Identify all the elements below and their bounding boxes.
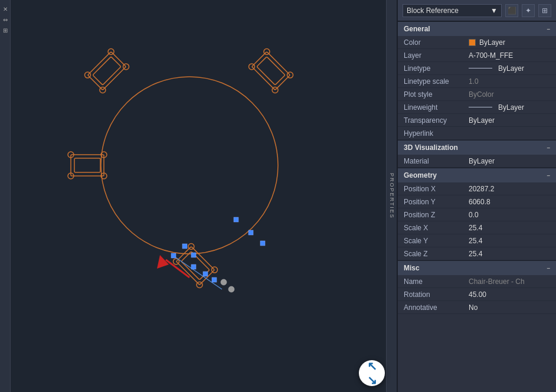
prop-scale-y[interactable]: Scale Y 25.4 xyxy=(398,234,556,247)
line-sample-icon xyxy=(469,68,492,68)
panel-header: Block Reference ▼ ⬛ ✦ ⊞ xyxy=(398,0,556,21)
prop-transparency-label: Transparency xyxy=(404,116,469,125)
properties-label: PROPERTIES xyxy=(386,0,397,392)
prop-position-x[interactable]: Position X 20287.2 xyxy=(398,182,556,195)
prop-plot-style-label: Plot style xyxy=(404,90,469,99)
prop-plot-style[interactable]: Plot style ByColor xyxy=(398,88,556,101)
prop-position-y-value: 6060.8 xyxy=(469,198,550,206)
properties-icon-btn[interactable]: ⬛ xyxy=(505,4,518,17)
prop-linetype-scale-label: Linetype scale xyxy=(404,77,469,86)
prop-color[interactable]: Color ByLayer xyxy=(398,36,556,49)
svg-rect-37 xyxy=(260,241,265,246)
prop-rotation-value: 45.00 xyxy=(469,290,550,299)
section-misc[interactable]: Misc – xyxy=(398,260,556,275)
prop-position-x-value: 20287.2 xyxy=(469,185,550,193)
prop-scale-y-value: 25.4 xyxy=(469,237,550,245)
prop-scale-x-value: 25.4 xyxy=(469,224,550,232)
prop-material[interactable]: Material ByLayer xyxy=(398,155,556,168)
dropdown-arrow-icon: ▼ xyxy=(490,6,498,15)
prop-hyperlink[interactable]: Hyperlink xyxy=(398,127,556,140)
prop-lineweight[interactable]: Lineweight ByLayer xyxy=(398,101,556,114)
prop-material-value: ByLayer xyxy=(469,157,550,165)
section-general-collapse[interactable]: – xyxy=(547,26,550,32)
section-general-label: General xyxy=(404,25,430,33)
prop-annotative-label: Annotative xyxy=(404,303,469,312)
section-3d-viz-collapse[interactable]: – xyxy=(547,145,550,151)
prop-layer-value: A-700-M_FFE xyxy=(469,51,550,60)
cad-canvas[interactable]: ✕ ⇔ ⊞ xyxy=(0,0,397,392)
prop-rotation[interactable]: Rotation 45.00 xyxy=(398,288,556,301)
add-btn[interactable]: ⊞ xyxy=(538,4,551,17)
prop-position-z-label: Position Z xyxy=(404,211,469,219)
cad-drawing xyxy=(0,0,397,392)
section-geometry-collapse[interactable]: – xyxy=(547,172,550,179)
svg-point-33 xyxy=(221,279,227,285)
svg-rect-35 xyxy=(234,217,238,222)
prop-linetype-label: Linetype xyxy=(404,64,469,73)
prop-layer-label: Layer xyxy=(404,51,469,60)
prop-scale-z-label: Scale Z xyxy=(404,250,469,258)
panel-content[interactable]: General – Color ByLayer Layer A-700-M_FF… xyxy=(398,21,556,392)
prop-name-label: Name xyxy=(404,277,469,286)
svg-rect-32 xyxy=(191,253,196,257)
section-3d-viz[interactable]: 3D Visualization – xyxy=(398,140,556,155)
prop-transparency[interactable]: Transparency ByLayer xyxy=(398,114,556,127)
svg-point-34 xyxy=(228,286,234,292)
prop-plot-style-value: ByColor xyxy=(469,90,550,99)
prop-scale-y-label: Scale Y xyxy=(404,237,469,245)
prop-annotative[interactable]: Annotative No xyxy=(398,301,556,314)
prop-linetype-scale-value: 1.0 xyxy=(469,77,550,86)
prop-scale-z[interactable]: Scale Z 25.4 xyxy=(398,247,556,260)
prop-color-label: Color xyxy=(404,38,469,47)
prop-color-value: ByLayer xyxy=(469,38,550,47)
section-geometry-label: Geometry xyxy=(404,171,437,179)
prop-linetype[interactable]: Linetype ByLayer xyxy=(398,62,556,75)
prop-position-x-label: Position X xyxy=(404,185,469,193)
prop-hyperlink-label: Hyperlink xyxy=(404,129,469,138)
prop-lineweight-value: ByLayer xyxy=(469,103,550,112)
prop-name-value: Chair-Breuer - Ch xyxy=(469,277,550,286)
svg-rect-28 xyxy=(191,264,196,269)
svg-rect-31 xyxy=(182,244,187,249)
prop-lineweight-label: Lineweight xyxy=(404,103,469,112)
prop-material-label: Material xyxy=(404,157,469,165)
prop-layer[interactable]: Layer A-700-M_FFE xyxy=(398,49,556,62)
prop-position-y-label: Position Y xyxy=(404,198,469,206)
prop-scale-x[interactable]: Scale X 25.4 xyxy=(398,221,556,234)
color-swatch xyxy=(469,39,476,46)
prop-scale-x-label: Scale X xyxy=(404,224,469,232)
svg-rect-29 xyxy=(203,272,208,276)
section-misc-label: Misc xyxy=(404,264,420,272)
svg-rect-0 xyxy=(39,0,358,392)
svg-rect-36 xyxy=(248,230,253,235)
prop-rotation-label: Rotation xyxy=(404,290,469,299)
resize-arrow-icon: ↖↘ xyxy=(367,359,377,387)
prop-position-y[interactable]: Position Y 6060.8 xyxy=(398,195,556,208)
prop-position-z-value: 0.0 xyxy=(469,211,550,219)
prop-transparency-value: ByLayer xyxy=(469,116,550,125)
svg-rect-30 xyxy=(212,277,217,282)
section-misc-collapse[interactable]: – xyxy=(547,265,550,272)
quick-select-btn[interactable]: ✦ xyxy=(522,4,535,17)
prop-name[interactable]: Name Chair-Breuer - Ch xyxy=(398,275,556,288)
prop-scale-z-value: 25.4 xyxy=(469,250,550,258)
dropdown-label: Block Reference xyxy=(407,6,459,15)
block-reference-dropdown[interactable]: Block Reference ▼ xyxy=(403,4,502,17)
prop-annotative-value: No xyxy=(469,303,550,312)
section-general[interactable]: General – xyxy=(398,21,556,36)
section-3d-viz-label: 3D Visualization xyxy=(404,143,458,152)
prop-linetype-value: ByLayer xyxy=(469,64,550,73)
lineweight-sample-icon xyxy=(469,107,492,107)
section-geometry[interactable]: Geometry – xyxy=(398,168,556,182)
properties-panel: Block Reference ▼ ⬛ ✦ ⊞ General – Color … xyxy=(397,0,556,392)
resize-handle[interactable]: ↖↘ xyxy=(359,360,385,386)
prop-linetype-scale[interactable]: Linetype scale 1.0 xyxy=(398,75,556,88)
svg-rect-27 xyxy=(171,253,176,258)
prop-position-z[interactable]: Position Z 0.0 xyxy=(398,208,556,221)
